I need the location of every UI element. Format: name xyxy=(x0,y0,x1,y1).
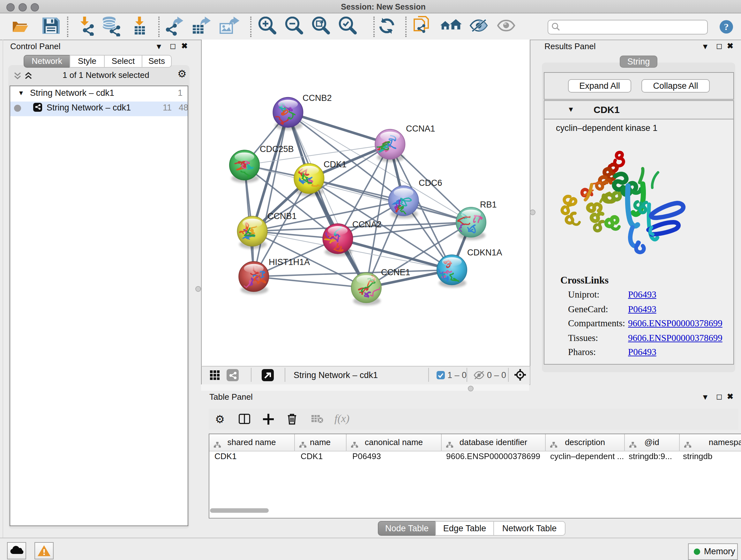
svg-text:⚙: ⚙ xyxy=(215,414,225,425)
svg-text:CCNA1: CCNA1 xyxy=(406,124,435,133)
svg-text:CDKN1A: CDKN1A xyxy=(467,248,502,257)
svg-text:HIST1H1A: HIST1H1A xyxy=(269,257,310,267)
svg-text:CDK1: CDK1 xyxy=(324,160,347,169)
svg-text:CCNE1: CCNE1 xyxy=(381,267,410,277)
svg-text:CDC6: CDC6 xyxy=(419,178,442,188)
svg-text:CCNB2: CCNB2 xyxy=(302,93,332,103)
svg-text:CCNB1: CCNB1 xyxy=(267,211,297,221)
svg-text:?: ? xyxy=(724,21,729,32)
svg-text:CDC25B: CDC25B xyxy=(260,144,294,154)
svg-text:RB1: RB1 xyxy=(480,200,497,209)
svg-text:CCNA2: CCNA2 xyxy=(352,220,382,229)
